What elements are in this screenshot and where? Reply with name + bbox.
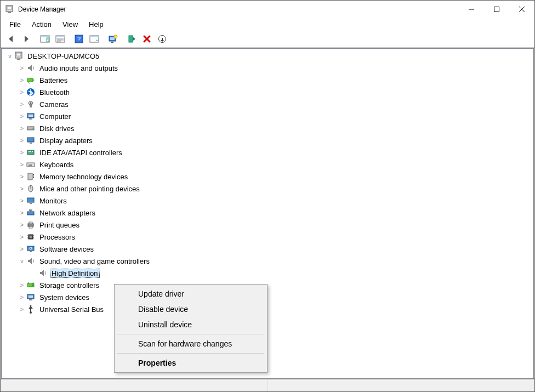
tree-item-label[interactable]: IDE ATA/ATAPI controllers [38,148,124,157]
tree-category-system[interactable]: >System devices [4,291,531,303]
svg-rect-62 [28,224,33,226]
tree-category-usb[interactable]: >Universal Serial Bus [4,303,531,315]
tree-item-label[interactable]: Computer [38,112,72,121]
tree-category-keyboard[interactable]: >Keyboards [4,158,531,171]
tree-category-battery[interactable]: >Batteries [4,74,531,86]
context-menu-item[interactable]: Update driver [116,286,265,302]
context-menu-item[interactable]: Properties [116,355,265,371]
tree-category-disk[interactable]: >Disk drives [4,122,531,134]
expander-icon[interactable]: > [18,100,26,108]
tree-category-sound[interactable]: vSound, video and game controllers [4,255,531,267]
expander-icon[interactable]: > [18,149,26,156]
tree-item-label[interactable]: Bluetooth [38,88,71,97]
app-icon [5,5,14,14]
expander-icon[interactable]: > [18,173,26,180]
tree-item-label[interactable]: Memory technology devices [38,172,129,181]
context-menu-item[interactable]: Disable device [116,302,265,317]
expander-icon[interactable]: > [18,124,26,132]
tree-item-label[interactable]: Monitors [38,196,69,206]
tree-item-label[interactable]: Universal Serial Bus [38,305,105,314]
tree-category-storage[interactable]: >Storage controllers [4,279,531,291]
toolbar-enable-device-button[interactable] [124,32,139,46]
toolbar-help-button[interactable]: ? [72,32,86,46]
tree-item-label[interactable]: Mice and other pointing devices [38,184,141,194]
tree-item-label[interactable]: Keyboards [38,160,75,169]
toolbar-forward-button[interactable] [19,32,33,46]
svg-rect-50 [29,165,32,166]
speaker-icon [38,268,48,278]
menu-action[interactable]: Action [27,19,56,30]
expander-icon[interactable]: > [18,233,26,241]
tree-category-printer[interactable]: >Print queues [4,219,531,231]
tree-device-speaker[interactable]: High Definition [4,267,531,279]
tree-category-camera[interactable]: >Cameras [4,98,531,110]
tree-item-label[interactable]: Print queues [38,220,81,230]
tree-category-audio[interactable]: >Audio inputs and outputs [4,62,531,74]
context-menu-item[interactable]: Scan for hardware changes [116,336,265,351]
tree-category-network[interactable]: >Network adapters [4,207,531,219]
toolbar-show-console-tree-button[interactable] [38,32,52,46]
expander-icon[interactable]: v [18,257,26,265]
expander-icon[interactable]: > [18,64,26,72]
tree-category-computer[interactable]: >Computer [4,110,531,122]
camera-icon [26,99,36,109]
tree-item-label[interactable]: Storage controllers [38,281,101,290]
svg-rect-44 [32,151,33,152]
toolbar-uninstall-button[interactable] [140,32,154,46]
toolbar-update-driver-button[interactable] [106,32,120,46]
expander-icon[interactable]: > [18,76,26,84]
menu-help[interactable]: Help [84,19,108,30]
tree-item-label[interactable]: Audio inputs and outputs [38,64,119,73]
tree-category-mouse[interactable]: >Mice and other pointing devices [4,183,531,195]
expander-icon[interactable]: > [18,221,26,229]
minimize-button[interactable] [459,1,484,18]
tree-item-label[interactable]: Software devices [38,245,95,254]
toolbar-back-button[interactable] [4,32,18,46]
tree-category-processor[interactable]: >Processors [4,231,531,243]
tree-item-label[interactable]: System devices [38,293,91,302]
tree-item-label[interactable]: DESKTOP-UADMCO5 [26,52,101,61]
tree-category-memory[interactable]: >Memory technology devices [4,171,531,183]
svg-rect-1 [7,7,12,9]
device-tree-pane[interactable]: vDESKTOP-UADMCO5>Audio inputs and output… [1,48,534,379]
expander-icon[interactable]: > [18,281,26,289]
expander-icon[interactable]: > [18,305,26,313]
expander-icon[interactable]: > [18,209,26,217]
tree-category-software[interactable]: >Software devices [4,243,531,255]
toolbar-scan-hardware-button[interactable] [155,32,169,46]
expander-icon[interactable]: > [18,293,26,301]
maximize-button[interactable] [484,1,509,18]
svg-text:?: ? [77,36,81,42]
expander-icon[interactable]: > [18,245,26,253]
svg-point-38 [32,128,33,129]
tree-root-node[interactable]: vDESKTOP-UADMCO5 [4,50,531,62]
expander-icon[interactable]: > [18,137,26,144]
menu-file[interactable]: File [5,19,25,30]
tree-item-label[interactable]: Cameras [38,100,70,109]
toolbar-help-topics-button[interactable] [87,32,101,46]
tree-category-bluetooth[interactable]: >Bluetooth [4,86,531,98]
svg-rect-35 [29,115,33,117]
tree-category-monitor[interactable]: >Monitors [4,195,531,207]
svg-rect-21 [111,42,113,43]
tree-item-label[interactable]: Sound, video and game controllers [38,257,151,266]
expander-icon[interactable]: > [18,88,26,96]
tree-item-label[interactable]: High Definition [50,269,100,278]
toolbar-options-button[interactable] [53,32,67,46]
tree-item-label[interactable]: Disk drives [38,124,76,133]
tree-item-label[interactable]: Network adapters [38,208,97,218]
tree-item-label[interactable]: Batteries [38,76,69,85]
tree-category-ide[interactable]: >IDE ATA/ATAPI controllers [4,146,531,158]
tree-item-label[interactable]: Display adapters [38,136,94,145]
expander-icon[interactable]: > [18,185,26,192]
tree-item-label[interactable]: Processors [38,232,77,242]
menu-view[interactable]: View [58,19,82,30]
expander-icon[interactable]: > [18,112,26,120]
expander-icon[interactable]: v [6,52,14,60]
expander-icon[interactable]: > [18,197,26,204]
tree-category-display[interactable]: >Display adapters [4,134,531,146]
close-button[interactable] [509,1,534,18]
expander-icon[interactable]: > [18,161,26,168]
context-menu-item[interactable]: Uninstall device [116,317,265,332]
svg-rect-57 [27,198,34,202]
